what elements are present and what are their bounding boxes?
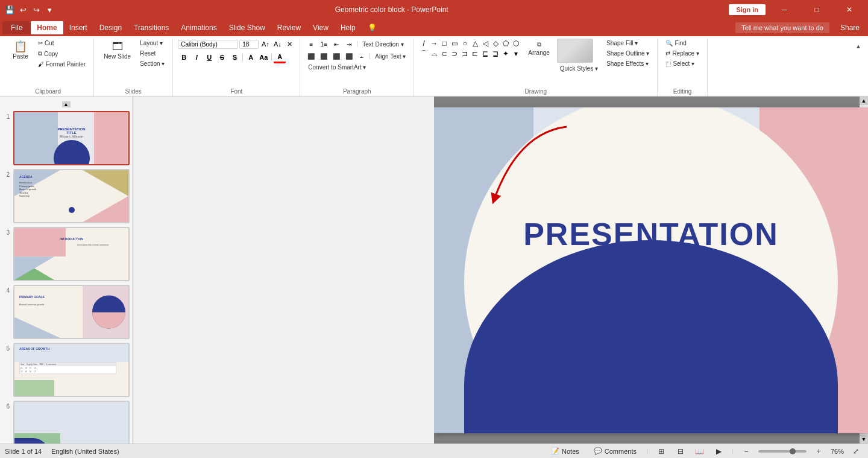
slide-thumbnail-5[interactable]: 5 AREAS OF GROWTH YearSupply ChainR&DE-c… [2,343,130,397]
shape-rtriangle[interactable]: ◁ [480,39,490,48]
align-text-button[interactable]: Align Text ▾ [372,52,409,61]
zoom-out-button[interactable]: − [739,446,753,457]
find-button[interactable]: 🔍 Find [662,39,689,48]
slide-thumbnail-4[interactable]: 4 PRIMARY GOALS Annual revenue growth [2,285,130,339]
clear-format-button[interactable]: ✕ [284,39,295,49]
restore-button[interactable]: □ [803,0,831,19]
shape-round-rect[interactable]: ▭ [450,39,459,48]
menu-animations[interactable]: Animations [175,21,222,34]
zoom-slider[interactable] [758,450,807,453]
close-button[interactable]: ✕ [835,0,863,19]
shape-s5[interactable]: ⊐ [460,49,470,59]
align-right-button[interactable]: ⬛ [330,51,342,62]
shape-pentagon[interactable]: ⬠ [501,39,511,48]
zoom-in-button[interactable]: + [811,446,826,457]
shape-circle[interactable]: ○ [460,39,470,48]
convert-smartart-button[interactable]: Convert to SmartArt ▾ [305,63,369,72]
canvas-scroll-bottom[interactable]: ▼ [860,435,868,444]
shape-fill-button[interactable]: Shape Fill ▾ [603,39,652,48]
slide-preview-5[interactable]: AREAS OF GROWTH YearSupply ChainR&DE-com… [13,343,130,397]
menu-review[interactable]: Review [271,21,307,34]
undo-icon[interactable]: ↩ [18,5,28,14]
share-button[interactable]: Share [834,21,866,34]
shape-rect[interactable]: □ [439,39,449,48]
new-slide-button[interactable]: 🗔 New Slide [99,39,136,62]
decrease-font-button[interactable]: A↓ [272,39,283,49]
slide-preview-6[interactable] [13,401,130,444]
slide-preview-3[interactable]: INTRODUCTION Lorem ipsum dolor sit amet … [13,227,130,281]
save-icon[interactable]: 💾 [5,5,14,14]
tell-me-input[interactable]: Tell me what you want to do [735,22,829,33]
fit-slide-button[interactable]: ⤢ [849,446,863,457]
columns-button[interactable]: ⫠ [356,51,368,62]
shape-arrow[interactable]: → [429,39,439,48]
slide-sorter-button[interactable]: ⊟ [673,446,688,457]
slide-preview-1[interactable]: PRESENTATIONTITLEMirjam Nilsson [13,111,130,165]
slide-thumbnail-6[interactable]: 6 [2,401,130,444]
menu-insert[interactable]: Insert [63,21,93,34]
canvas-area[interactable]: ▲ ▼ ▼ PRESENTATION TITLE Mirjam Nilsson [434,97,868,444]
comments-button[interactable]: 💬 Comments [589,446,641,456]
slide-thumbnail-2[interactable]: 2 AGENDA IntroductionPrimary goalsAreas … [2,169,130,223]
shape-line[interactable]: / [419,39,429,48]
bold-button[interactable]: B [178,51,190,63]
select-button[interactable]: ⬚ Select ▾ [662,59,697,68]
shape-outline-button[interactable]: Shape Outline ▾ [603,49,652,58]
menu-help[interactable]: Help [335,21,362,34]
shape-triangle[interactable]: △ [470,39,480,48]
ribbon-collapse-button[interactable]: ▲ [851,39,866,53]
font-size-input[interactable]: 18 [239,40,259,49]
text-direction-button[interactable]: Text Direction ▾ [359,40,406,49]
arrange-button[interactable]: ⧉ Arrange [523,39,555,59]
sign-in-button[interactable]: Sign in [729,4,766,15]
shape-s3[interactable]: ⊂ [439,49,449,59]
bullets-button[interactable]: ≡ [305,39,317,49]
notes-button[interactable]: 📝 Notes [546,446,584,456]
strikethrough-button[interactable]: S [216,51,228,63]
shadow-button[interactable]: S [228,51,241,63]
underline-button[interactable]: U [203,51,215,63]
format-painter-button[interactable]: 🖌 Format Painter [35,60,89,69]
slideshow-button[interactable]: ▶ [712,446,726,457]
menu-view[interactable]: View [307,21,335,34]
decrease-indent-button[interactable]: ⇤ [330,39,342,49]
font-name-input[interactable]: Calibri (Body) [178,40,238,49]
paste-button[interactable]: 📋 Paste [7,39,34,62]
italic-button[interactable]: I [190,51,203,63]
shape-s2[interactable]: ⌓ [429,49,439,59]
menu-home[interactable]: Home [31,21,63,34]
menu-file[interactable]: File [2,21,31,34]
quick-styles-preview[interactable] [557,39,593,63]
shape-diamond[interactable]: ◇ [491,39,500,48]
menu-design[interactable]: Design [93,21,128,34]
reading-view-button[interactable]: 📖 [693,446,707,457]
shape-s6[interactable]: ⊏ [470,49,480,59]
shape-s10[interactable]: ▾ [511,49,521,59]
numbering-button[interactable]: 1≡ [318,39,330,49]
section-button[interactable]: Section ▾ [137,59,168,68]
case-button[interactable]: Aa [257,51,269,63]
shape-s4[interactable]: ⊃ [450,49,459,59]
justify-button[interactable]: ⬛ [343,51,355,62]
align-left-button[interactable]: ⬛ [305,51,317,62]
slide-thumbnail-3[interactable]: 3 INTRODUCTION Lorem ipsum dolor sit ame… [2,227,130,281]
cut-button[interactable]: ✂ Cut [35,39,89,48]
normal-view-button[interactable]: ⊞ [654,446,668,457]
shape-s9[interactable]: ✦ [501,49,511,59]
minimize-button[interactable]: ─ [770,0,798,19]
slide-preview-2[interactable]: AGENDA IntroductionPrimary goalsAreas of… [13,169,130,223]
font-color-button[interactable]: A [274,51,286,63]
slide-thumbnail-1[interactable]: 1 PRESENTATIONTITLEMirjam Nilsson [2,111,130,165]
redo-icon[interactable]: ↪ [31,5,41,14]
reset-button[interactable]: Reset [137,49,168,58]
increase-indent-button[interactable]: ⇥ [343,39,355,49]
char-spacing-button[interactable]: A [245,51,257,63]
slide-title[interactable]: PRESENTATION TITLE [523,216,779,288]
copy-button[interactable]: ⧉ Copy [35,49,89,59]
layout-button[interactable]: Layout ▾ [137,39,168,48]
replace-button[interactable]: ⇄ Replace ▾ [662,49,702,58]
canvas-scroll-up[interactable]: ▲ [860,97,868,105]
slide-preview-4[interactable]: PRIMARY GOALS Annual revenue growth [13,285,130,339]
quick-styles-button[interactable]: Quick Styles ▾ [557,64,601,73]
increase-font-button[interactable]: A↑ [260,39,271,49]
